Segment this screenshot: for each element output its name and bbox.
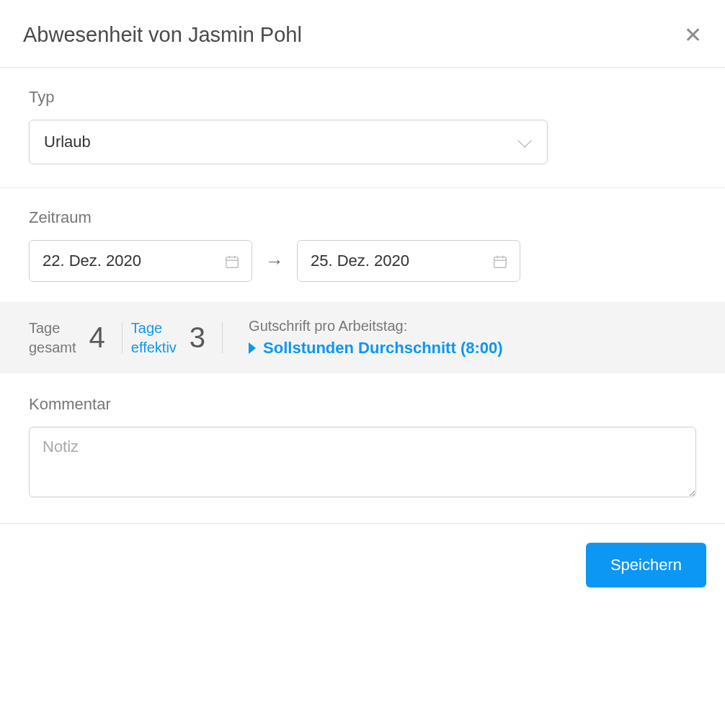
type-select[interactable]: Urlaub: [29, 120, 548, 164]
credit-label: Gutschrift pro Arbeitstag:: [249, 318, 502, 334]
comment-section: Kommentar: [0, 373, 725, 523]
comment-label: Kommentar: [29, 395, 696, 414]
summary-row: Tagegesamt 4 Tageeffektiv 3 Gutschrift p…: [0, 302, 725, 373]
modal-footer: Speichern: [0, 523, 725, 606]
calendar-icon: [492, 254, 507, 268]
period-section: Zeitraum 22. Dez. 2020 → 25. Dez. 2020: [0, 188, 725, 302]
chevron-down-icon: [517, 133, 532, 148]
days-total-value: 4: [89, 321, 105, 354]
svg-rect-0: [226, 257, 239, 268]
days-effective-group: Tageeffektiv 3: [131, 319, 231, 358]
end-date-input[interactable]: 25. Dez. 2020: [297, 240, 520, 282]
start-date-value: 22. Dez. 2020: [43, 252, 141, 270]
credit-group: Gutschrift pro Arbeitstag: Sollstunden D…: [231, 318, 502, 358]
arrow-right-icon: →: [265, 250, 284, 272]
days-total-group: Tagegesamt 4: [29, 319, 131, 358]
days-total-label: Tagegesamt: [29, 319, 76, 358]
type-label: Typ: [29, 88, 696, 107]
save-button[interactable]: Speichern: [586, 543, 706, 587]
absence-modal: Abwesenheit von Jasmin Pohl ✕ Typ Urlaub…: [0, 0, 725, 606]
comment-textarea[interactable]: [29, 427, 696, 497]
close-icon[interactable]: ✕: [684, 25, 702, 46]
type-section: Typ Urlaub: [0, 68, 725, 188]
period-label: Zeitraum: [29, 208, 696, 227]
days-effective-value: 3: [190, 321, 205, 354]
modal-header: Abwesenheit von Jasmin Pohl ✕: [0, 0, 725, 68]
date-range-row: 22. Dez. 2020 → 25. Dez. 2020: [29, 240, 696, 282]
credit-link-text: Sollstunden Durchschnitt (8:00): [263, 339, 502, 358]
end-date-value: 25. Dez. 2020: [311, 252, 409, 270]
credit-link[interactable]: Sollstunden Durchschnitt (8:00): [249, 339, 502, 358]
start-date-input[interactable]: 22. Dez. 2020: [29, 240, 252, 282]
type-select-value: Urlaub: [44, 133, 91, 151]
modal-title: Abwesenheit von Jasmin Pohl: [23, 23, 302, 47]
days-effective-label[interactable]: Tageeffektiv: [131, 319, 177, 358]
triangle-right-icon: [249, 342, 256, 354]
svg-rect-4: [494, 257, 507, 268]
calendar-icon: [224, 254, 239, 268]
